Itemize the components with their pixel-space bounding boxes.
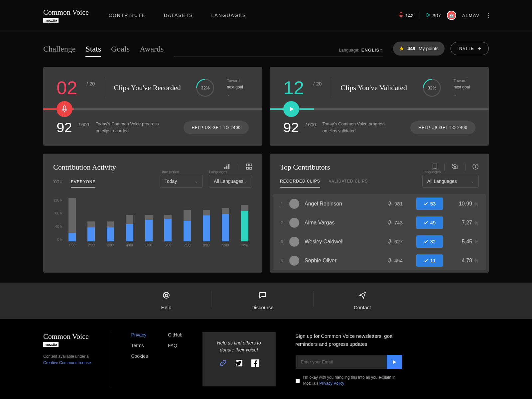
user-avatar[interactable]: 🤖 <box>447 11 456 20</box>
svg-marker-1 <box>427 13 430 17</box>
consent-checkbox[interactable] <box>296 375 300 386</box>
invite-button[interactable]: INVITE + <box>451 42 489 55</box>
recorded-desc: Today's Common Voice progress on clips r… <box>96 121 159 135</box>
play-icon <box>426 13 431 18</box>
avatar <box>289 256 299 266</box>
tab-awards[interactable]: Awards <box>140 45 164 57</box>
validated-num: 12 <box>283 77 304 98</box>
svg-line-23 <box>167 293 168 295</box>
play-knob-icon[interactable] <box>283 101 299 117</box>
contributor-row[interactable]: 3 Wesley Caldwell 627 32 5.45 % <box>273 232 486 251</box>
menu-icon[interactable] <box>488 13 489 18</box>
recorded-count[interactable]: 142 <box>399 12 414 19</box>
nav-languages[interactable]: LANGUAGES <box>211 13 246 18</box>
eye-off-icon[interactable] <box>451 164 459 171</box>
chevron-down-icon: ⌄ <box>471 179 474 184</box>
svg-point-20 <box>163 292 169 298</box>
tc-languages-select[interactable]: Languages All Languages ⌄ <box>422 175 479 188</box>
language-value[interactable]: ENGLISH <box>361 48 383 53</box>
svg-rect-17 <box>389 220 390 223</box>
star-icon: ★ <box>399 45 404 52</box>
tab-challenge[interactable]: Challenge <box>43 45 75 57</box>
submit-button[interactable] <box>387 355 402 369</box>
footer-mozilla: moz://a <box>43 342 59 347</box>
tab-recorded-clips[interactable]: RECORDED CLIPS <box>280 179 320 188</box>
tab-goals[interactable]: Goals <box>111 45 130 57</box>
validated-badge: 53 <box>416 198 443 210</box>
chevron-down-icon: ⌄ <box>454 92 470 98</box>
user-name[interactable]: ALMAV <box>462 13 480 18</box>
validated-cta-button[interactable]: HELP US GET TO 2400 <box>410 121 475 134</box>
grid-icon[interactable] <box>246 164 252 171</box>
points-count: 448 <box>408 46 415 51</box>
svg-rect-8 <box>250 164 252 166</box>
github-link[interactable]: GitHub <box>168 332 183 337</box>
recorded-goal-card: 02 / 20 Clips You've Recorded 32% Toward… <box>43 67 262 146</box>
terms-link[interactable]: Terms <box>131 343 148 348</box>
contributor-row[interactable]: 1 Angel Robinson 981 53 10.99 % <box>273 194 486 213</box>
nav-datasets[interactable]: DATASETS <box>164 13 193 18</box>
recorded-num: 02 <box>57 77 77 98</box>
svg-rect-10 <box>250 167 252 169</box>
brand[interactable]: Common Voice moz://a <box>43 8 89 23</box>
svg-rect-9 <box>246 167 248 169</box>
recorded-progress-bar <box>43 108 262 110</box>
chevron-down-icon: ⌄ <box>195 179 198 184</box>
svg-rect-4 <box>224 167 225 169</box>
progress-ring-icon: 32% <box>193 75 218 100</box>
bar-col: 6:00 <box>161 198 175 248</box>
toward-label[interactable]: Toward next goal ⌄ <box>227 78 243 98</box>
tab-validated-clips[interactable]: VALIDATED CLIPS <box>329 179 368 188</box>
tab-everyone[interactable]: EVERYONE <box>71 180 95 188</box>
email-input[interactable] <box>296 355 387 369</box>
contact-link[interactable]: Contact <box>354 291 371 310</box>
contributor-row[interactable]: 2 Alma Vargas 743 49 7.27 % <box>273 213 486 232</box>
svg-marker-3 <box>290 107 294 111</box>
privacy-policy-link[interactable]: Privacy Policy <box>320 381 344 386</box>
cc-license-link[interactable]: Creative Commons license <box>43 360 91 365</box>
footer-links-band: Help Discourse Contact <box>0 283 532 319</box>
cookies-link[interactable]: Cookies <box>131 353 148 359</box>
svg-rect-19 <box>389 258 390 261</box>
tab-stats[interactable]: Stats <box>85 45 101 57</box>
points-label: My points <box>419 46 439 51</box>
help-link[interactable]: Help <box>161 291 171 310</box>
bar-col: Now <box>237 198 252 248</box>
faq-link[interactable]: FAQ <box>168 343 183 348</box>
validated-value: 307 <box>433 13 441 18</box>
validated-count[interactable]: 307 <box>426 13 441 18</box>
avatar <box>289 218 299 228</box>
main-nav: CONTRIBUTE DATASETS LANGUAGES <box>109 13 246 18</box>
footer-brand: Common Voice <box>43 332 91 341</box>
points-pill[interactable]: ★ 448 My points <box>393 42 445 56</box>
help-icon <box>162 291 170 301</box>
info-icon[interactable] <box>472 163 479 172</box>
facebook-icon[interactable] <box>251 359 259 368</box>
footer-main: Common Voice moz://a Content available u… <box>0 319 532 399</box>
header-right: 142 307 🤖 ALMAV <box>399 11 489 20</box>
recorded-value: 142 <box>405 13 414 18</box>
contributor-row[interactable]: 4 Sophie Oliver 454 11 4.78 % <box>273 251 486 270</box>
validated-title: Clips You've Validated <box>340 83 414 92</box>
languages-select[interactable]: Languages All Languages ⌄ <box>209 175 252 188</box>
svg-rect-18 <box>389 239 390 242</box>
bar-col: 5:00 <box>142 198 156 248</box>
nav-contribute[interactable]: CONTRIBUTE <box>109 13 146 18</box>
send-icon <box>358 291 366 301</box>
svg-rect-7 <box>246 164 248 166</box>
discourse-link[interactable]: Discourse <box>251 291 274 310</box>
svg-point-21 <box>165 294 167 296</box>
svg-marker-28 <box>393 360 396 364</box>
twitter-icon[interactable] <box>235 359 243 368</box>
privacy-link[interactable]: Privacy <box>131 332 148 337</box>
avatar <box>289 199 299 209</box>
recorded-cta-button[interactable]: HELP US GET TO 2400 <box>184 121 249 134</box>
contrib-title: Contribution Activity <box>53 163 224 172</box>
tab-you[interactable]: YOU <box>53 180 63 188</box>
svg-rect-5 <box>226 166 227 169</box>
link-icon[interactable] <box>219 359 227 368</box>
mic-knob-icon[interactable] <box>57 101 72 117</box>
main-grid: 02 / 20 Clips You've Recorded 32% Toward… <box>0 57 532 273</box>
time-period-select[interactable]: Time period Today ⌄ <box>160 175 203 188</box>
top-contributors-card: Top Contributors RECORDED CLIPS VALIDATE… <box>270 154 489 273</box>
